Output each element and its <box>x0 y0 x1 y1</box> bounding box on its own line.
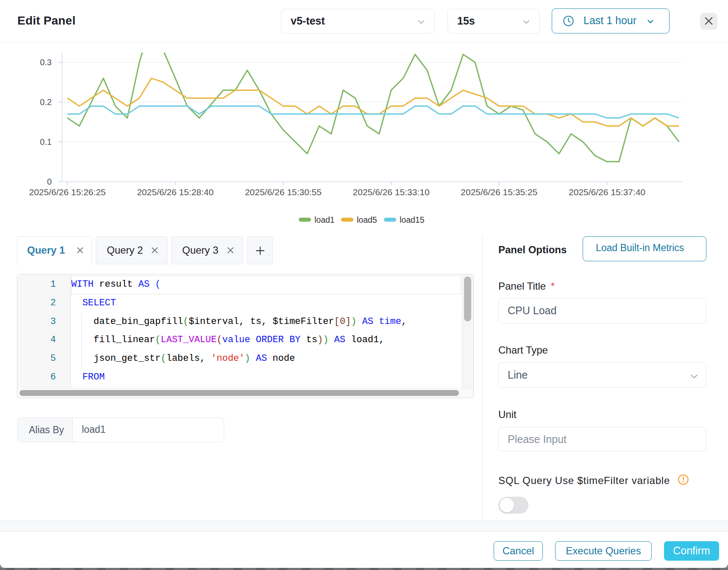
svg-text:0: 0 <box>47 177 52 186</box>
svg-text:0.3: 0.3 <box>40 58 52 67</box>
svg-text:2025/6/26 15:35:25: 2025/6/26 15:35:25 <box>461 187 537 197</box>
svg-text:load15: load15 <box>400 215 425 224</box>
svg-text:2025/6/26 15:33:10: 2025/6/26 15:33:10 <box>353 187 430 197</box>
svg-text:2025/6/26 15:26:25: 2025/6/26 15:26:25 <box>29 187 106 197</box>
svg-text:load1: load1 <box>314 215 335 224</box>
svg-text:0.2: 0.2 <box>40 97 52 107</box>
svg-text:2025/6/26 15:37:40: 2025/6/26 15:37:40 <box>569 187 645 197</box>
svg-text:2025/6/26 15:28:40: 2025/6/26 15:28:40 <box>137 187 214 197</box>
svg-text:2025/6/26 15:30:55: 2025/6/26 15:30:55 <box>245 187 322 197</box>
svg-text:0.1: 0.1 <box>40 137 52 147</box>
svg-text:load5: load5 <box>357 215 377 224</box>
